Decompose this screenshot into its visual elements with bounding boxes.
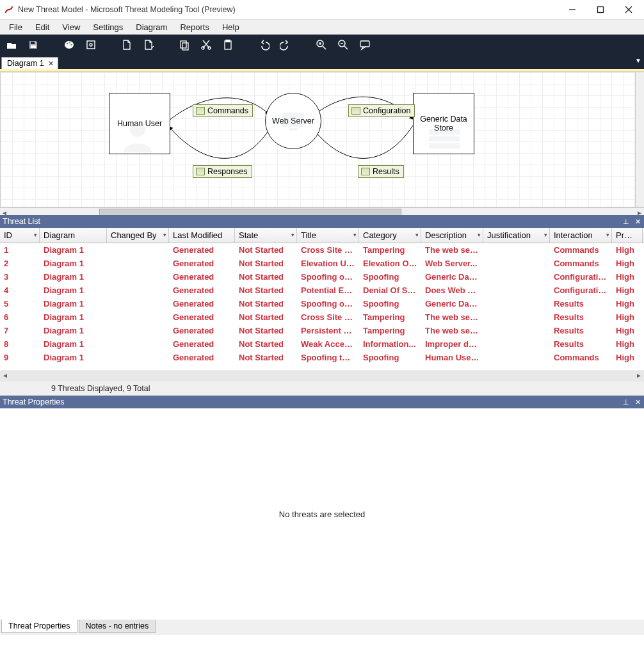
table-cell: The web serv...: [421, 312, 483, 323]
palette-icon[interactable]: [63, 38, 76, 51]
diagram-tab-strip: Diagram 1 ✕ ▼: [0, 55, 644, 69]
close-icon[interactable]: ✕: [632, 397, 643, 407]
horizontal-scrollbar[interactable]: ◄ ►: [0, 207, 644, 215]
table-cell: [483, 339, 550, 349]
table-cell: High: [612, 258, 643, 269]
table-row[interactable]: 2Diagram 1GeneratedNot StartedElevation …: [0, 257, 644, 270]
table-cell: Tampering: [359, 312, 421, 323]
menu-settings[interactable]: Settings: [86, 21, 129, 33]
scroll-thumb[interactable]: [99, 209, 401, 215]
tab-threat-properties[interactable]: Threat Properties: [1, 620, 77, 633]
table-cell: 9: [0, 352, 40, 363]
menu-reports[interactable]: Reports: [173, 21, 216, 33]
svg-rect-10: [87, 41, 95, 49]
flow-configuration[interactable]: Configuration: [348, 104, 415, 117]
node-human-user[interactable]: Human User: [109, 93, 170, 154]
diagram-tab[interactable]: Diagram 1 ✕: [1, 57, 58, 69]
table-row[interactable]: 7Diagram 1GeneratedNot StartedPersistent…: [0, 324, 644, 337]
table-cell: [483, 271, 550, 282]
scroll-right-icon[interactable]: ►: [635, 208, 644, 215]
svg-point-11: [90, 44, 92, 46]
table-cell: Results: [550, 312, 612, 323]
th-diagram[interactable]: Diagram: [40, 228, 107, 243]
tab-notes[interactable]: Notes - no entries: [79, 620, 156, 633]
table-cell: Spoofing of S...: [297, 298, 359, 309]
table-cell: 3: [0, 271, 40, 282]
th-interaction[interactable]: Interaction▾: [550, 228, 612, 243]
scroll-left-icon[interactable]: ◄: [0, 208, 9, 215]
flow-results[interactable]: Results: [358, 165, 404, 178]
cut-icon[interactable]: [200, 38, 213, 51]
new-doc-icon[interactable]: [120, 38, 133, 51]
th-priority[interactable]: Priority: [612, 228, 643, 243]
th-id[interactable]: ID▾: [0, 228, 40, 243]
minimize-button[interactable]: [558, 1, 586, 19]
zoom-in-icon[interactable]: [315, 38, 328, 51]
table-row[interactable]: 5Diagram 1GeneratedNot StartedSpoofing o…: [0, 297, 644, 310]
save-icon[interactable]: [27, 38, 40, 51]
table-cell: [483, 298, 550, 309]
th-state[interactable]: State▾: [235, 228, 297, 243]
scan-icon[interactable]: [85, 38, 97, 51]
node-web-server[interactable]: Web Server: [265, 93, 321, 149]
table-row[interactable]: 6Diagram 1GeneratedNot StartedCross Site…: [0, 310, 644, 324]
chevron-down-icon[interactable]: ▼: [635, 57, 641, 64]
table-cell: Cross Site Scr...: [297, 245, 359, 255]
paste-icon[interactable]: [221, 38, 234, 51]
table-row[interactable]: 4Diagram 1GeneratedNot StartedPotential …: [0, 284, 644, 297]
diagram-tab-label: Diagram 1: [7, 59, 44, 68]
table-row[interactable]: 9Diagram 1GeneratedNot StartedSpoofing t…: [0, 351, 644, 364]
svg-line-23: [344, 46, 348, 49]
diagram-canvas[interactable]: Human User Web Server Generic Data Store…: [0, 72, 644, 207]
menu-diagram[interactable]: Diagram: [129, 21, 173, 33]
zoom-out-icon[interactable]: [337, 38, 350, 51]
pin-icon[interactable]: ⊥: [621, 216, 631, 227]
table-cell: 5: [0, 298, 40, 309]
table-cell: Diagram 1: [40, 339, 107, 349]
table-cell: Tampering: [359, 325, 421, 336]
maximize-button[interactable]: [586, 1, 615, 19]
vertical-scrollbar[interactable]: [635, 72, 644, 207]
close-button[interactable]: [615, 1, 643, 19]
flow-responses[interactable]: Responses: [193, 165, 252, 178]
flow-commands[interactable]: Commands: [193, 104, 253, 117]
table-cell: [107, 352, 169, 363]
new-doc2-icon[interactable]: [142, 38, 155, 51]
th-title[interactable]: Title▾: [297, 228, 359, 243]
close-icon[interactable]: ✕: [48, 60, 54, 68]
th-lastmodified[interactable]: Last Modified: [169, 228, 235, 243]
menu-edit[interactable]: Edit: [29, 21, 56, 33]
copy-icon[interactable]: [178, 38, 191, 51]
table-cell: Improper dat...: [421, 339, 483, 349]
table-cell: [107, 339, 169, 349]
th-changedby[interactable]: Changed By▾: [107, 228, 169, 243]
table-cell: High: [612, 245, 643, 255]
threat-list-hscroll[interactable]: ◄ ►: [0, 371, 644, 381]
th-category[interactable]: Category▾: [359, 228, 421, 243]
open-icon[interactable]: [5, 38, 18, 51]
speech-icon[interactable]: [358, 38, 371, 51]
flow-lines: [1, 72, 644, 207]
table-cell: Human User...: [421, 352, 483, 363]
th-justification[interactable]: Justification▾: [483, 228, 550, 243]
undo-icon[interactable]: [257, 38, 270, 51]
svg-point-7: [67, 43, 68, 45]
node-data-store[interactable]: Generic Data Store: [413, 93, 474, 154]
th-description[interactable]: Description▾: [421, 228, 483, 243]
menu-help[interactable]: Help: [216, 21, 246, 33]
scroll-right-icon[interactable]: ►: [636, 372, 642, 379]
menu-file[interactable]: File: [3, 21, 29, 33]
table-cell: Not Started: [235, 271, 297, 282]
table-row[interactable]: 3Diagram 1GeneratedNot StartedSpoofing o…: [0, 270, 644, 284]
scroll-left-icon[interactable]: ◄: [2, 372, 8, 379]
table-cell: High: [612, 285, 643, 296]
table-row[interactable]: 1Diagram 1GeneratedNot StartedCross Site…: [0, 243, 644, 257]
pin-icon[interactable]: ⊥: [621, 397, 631, 407]
table-row[interactable]: 8Diagram 1GeneratedNot StartedWeak Acces…: [0, 337, 644, 351]
menu-view[interactable]: View: [56, 21, 86, 33]
redo-icon[interactable]: [279, 38, 292, 51]
table-cell: Diagram 1: [40, 245, 107, 255]
threat-list-status: 9 Threats Displayed, 9 Total: [0, 381, 644, 396]
close-icon[interactable]: ✕: [632, 216, 643, 227]
table-cell: [107, 298, 169, 309]
